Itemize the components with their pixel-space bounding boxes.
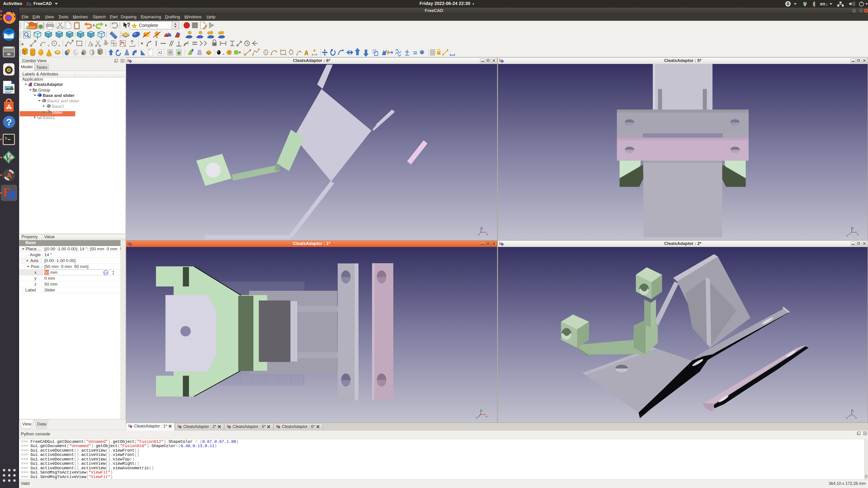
svg-text:F: F [227,424,229,428]
svg-text:Base1: Base1 [43,115,55,120]
svg-text:A3: A3 [158,51,162,55]
svg-text:Complete: Complete [139,23,158,28]
svg-text:View: View [22,422,31,426]
svg-text:y: y [846,416,848,419]
svg-text:x: x [486,415,487,418]
svg-text:?: ? [6,117,12,127]
svg-text:Base and slider: Base and slider [43,93,74,98]
svg-text:Data: Data [37,422,46,426]
svg-text:A: A [6,103,11,110]
svg-text:A: A [6,171,12,180]
svg-text:x: x [846,234,848,237]
svg-text:f(x): f(x) [104,271,108,274]
svg-text:Application: Application [22,77,43,82]
svg-text:F: F [128,424,130,428]
svg-text:z: z [852,227,854,230]
svg-text:Base2 and slider: Base2 and slider [47,98,79,103]
svg-text:F: F [276,424,278,428]
svg-text:Group: Group [38,88,50,92]
svg-text:A: A [305,49,309,57]
svg-text:en: en [820,1,825,6]
svg-text:Base2: Base2 [52,104,64,109]
svg-text:z: z [852,409,854,412]
svg-text:y: y [478,233,480,235]
svg-text:z: z [476,416,477,419]
svg-text:y: y [857,233,859,235]
svg-text:x: x [855,416,857,419]
svg-text:y: y [481,409,483,412]
svg-text:CleatsAdaptor: CleatsAdaptor [34,82,63,87]
svg-text:Slider: Slider [52,110,63,115]
svg-text:x: x [487,233,488,235]
svg-text:F: F [178,424,180,428]
svg-text:im: im [9,158,15,163]
svg-text:1: 1 [826,3,828,6]
svg-text:z: z [482,227,483,230]
